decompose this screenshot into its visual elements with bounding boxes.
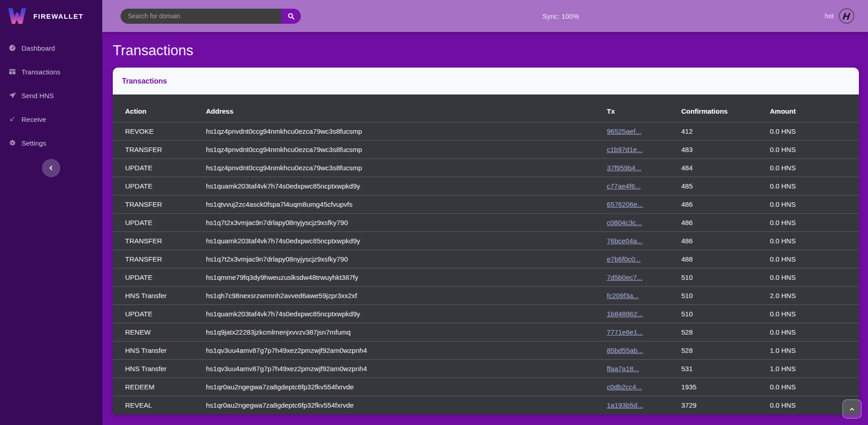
sidebar-item-label: Send HNS	[21, 92, 54, 100]
tx-cell: c77ae4f6...	[607, 177, 681, 195]
amount-cell: 0.0 HNS	[770, 305, 859, 323]
tx-cell: 37f959b4...	[607, 159, 681, 177]
confirmations-cell: 1935	[681, 378, 770, 396]
tx-link[interactable]: 7d5b0ec7...	[607, 273, 642, 281]
address-cell: hs1quamk203taf4vk7h74s0edxpwc85ncptxwpkd…	[206, 232, 607, 250]
transactions-table-body: REVOKEhs1qz4pnvdnt0ccg94nmkhcu0ezca79wc3…	[113, 122, 859, 415]
table-header: ActionAddressTxConfirmationsAmount	[113, 94, 859, 122]
sidebar-item-label: Receive	[21, 115, 46, 123]
tx-link[interactable]: c0804c3c...	[607, 219, 642, 226]
sidebar-nav: Dashboard Transactions Send HNS Receive …	[0, 36, 102, 155]
action-cell: HNS Transfer	[113, 287, 206, 305]
search-icon	[287, 12, 295, 21]
table-row: REDEEMhs1qr0au2ngegwa7za8gdeptc6fp32fkv5…	[113, 378, 859, 396]
address-cell: hs1quamk203taf4vk7h74s0edxpwc85ncptxwpkd…	[206, 305, 607, 323]
confirmations-cell: 486	[681, 195, 770, 214]
confirmations-cell: 486	[681, 214, 770, 232]
search-button[interactable]	[281, 9, 301, 24]
tx-link[interactable]: 85bd55ab...	[607, 346, 643, 354]
transactions-table: ActionAddressTxConfirmationsAmount REVOK…	[113, 94, 859, 415]
page-title: Transactions	[113, 42, 868, 59]
search-input[interactable]	[121, 9, 281, 24]
amount-cell: 2.0 HNS	[770, 287, 859, 305]
tx-cell: 7d5b0ec7...	[607, 268, 681, 287]
address-cell: hs1qv3uu4amv87g7p7h49xez2pmzwjf92am0wzpn…	[206, 341, 607, 360]
confirmations-cell: 484	[681, 159, 770, 177]
sidebar-item-send-hns[interactable]: Send HNS	[0, 84, 102, 107]
column-header-amount: Amount	[770, 94, 859, 122]
action-cell: RENEW	[113, 323, 206, 341]
amount-cell: 1.0 HNS	[770, 341, 859, 360]
sidebar-item-transactions[interactable]: Transactions	[0, 60, 102, 84]
table-row: REVEALhs1qr0au2ngegwa7za8gdeptc6fp32fkv5…	[113, 396, 859, 415]
action-cell: REVOKE	[113, 122, 206, 141]
tx-link[interactable]: fc209f3a...	[607, 292, 639, 299]
tx-cell: 7771e6e1...	[607, 323, 681, 341]
tx-cell: 85bd55ab...	[607, 341, 681, 360]
amount-cell: 0.0 HNS	[770, 195, 859, 214]
handshake-logo-icon[interactable]: H	[839, 8, 854, 24]
arrow-down-left-icon	[8, 115, 16, 123]
sidebar-item-label: Dashboard	[21, 44, 55, 52]
confirmations-cell: 528	[681, 341, 770, 360]
action-cell: TRANSFER	[113, 232, 206, 250]
confirmations-cell: 485	[681, 177, 770, 195]
tx-link[interactable]: c0db2cc4...	[607, 383, 642, 391]
column-header-address: Address	[206, 94, 607, 122]
table-row: UPDATEhs1quamk203taf4vk7h74s0edxpwc85ncp…	[113, 177, 859, 195]
amount-cell: 0.0 HNS	[770, 122, 859, 141]
sidebar-collapse-button[interactable]	[42, 159, 60, 177]
tx-cell: c0db2cc4...	[607, 378, 681, 396]
action-cell: UPDATE	[113, 159, 206, 177]
address-cell: hs1q7t2x3vmjac9n7drlapy08nyjyscjz9xsfky7…	[206, 214, 607, 232]
paper-plane-icon	[8, 91, 16, 100]
sidebar: FIREWALLET Dashboard Transactions Send H…	[0, 0, 102, 425]
column-header-action: Action	[113, 94, 206, 122]
tx-cell: e7b6f0c0...	[607, 250, 681, 268]
confirmations-cell: 510	[681, 287, 770, 305]
address-cell: hs1q7t2x3vmjac9n7drlapy08nyjyscjz9xsfky7…	[206, 250, 607, 268]
address-cell: hs1qr0au2ngegwa7za8gdeptc6fp32fkv554fxrv…	[206, 396, 607, 415]
sidebar-item-dashboard[interactable]: Dashboard	[0, 36, 102, 60]
action-cell: UPDATE	[113, 305, 206, 323]
address-cell: hs1qz4pnvdnt0ccg94nmkhcu0ezca79wc3s8fucs…	[206, 122, 607, 141]
tx-link[interactable]: e7b6f0c0...	[607, 255, 641, 263]
tx-link[interactable]: 37f959b4...	[607, 164, 641, 172]
chevron-up-icon	[848, 405, 856, 413]
confirmations-cell: 528	[681, 323, 770, 341]
confirmations-cell: 488	[681, 250, 770, 268]
amount-cell: 0.0 HNS	[770, 141, 859, 159]
table-row: UPDATEhs1qz4pnvdnt0ccg94nmkhcu0ezca79wc3…	[113, 159, 859, 177]
transactions-panel: Transactions ActionAddressTxConfirmation…	[113, 68, 859, 415]
sidebar-item-receive[interactable]: Receive	[0, 107, 102, 131]
tx-link[interactable]: 1a193b5d...	[607, 401, 643, 409]
tx-cell: 1a193b5d...	[607, 396, 681, 415]
tx-link[interactable]: ffaa7a18...	[607, 365, 639, 373]
table-row: RENEWhs1q9jatx22283jzkcmlrnenjxvvzv387js…	[113, 323, 859, 341]
tx-link[interactable]: 76bce04a...	[607, 237, 642, 245]
tx-link[interactable]: c1b97d1e...	[607, 146, 642, 153]
column-header-tx: Tx	[607, 94, 681, 122]
amount-cell: 0.0 HNS	[770, 378, 859, 396]
table-row: TRANSFERhs1quamk203taf4vk7h74s0edxpwc85n…	[113, 232, 859, 250]
action-cell: UPDATE	[113, 177, 206, 195]
address-cell: hs1q9jatx22283jzkcmlrnenjxvvzv387jsn7mfu…	[206, 323, 607, 341]
confirmations-cell: 483	[681, 141, 770, 159]
table-header-row: ActionAddressTxConfirmationsAmount	[113, 94, 859, 122]
action-cell: TRANSFER	[113, 250, 206, 268]
scroll-to-top-button[interactable]	[842, 399, 862, 419]
tx-link[interactable]: 7771e6e1...	[607, 328, 643, 336]
tx-link[interactable]: c77ae4f6...	[607, 182, 641, 190]
confirmations-cell: 510	[681, 305, 770, 323]
tx-link[interactable]: 96525aef...	[607, 127, 641, 135]
amount-cell: 0.0 HNS	[770, 250, 859, 268]
action-cell: UPDATE	[113, 268, 206, 287]
topbar: Sync: 100% hot H	[102, 0, 868, 32]
tx-link[interactable]: 1b848862...	[607, 310, 643, 318]
table-row: TRANSFERhs1qz4pnvdnt0ccg94nmkhcu0ezca79w…	[113, 141, 859, 159]
sidebar-item-label: Transactions	[21, 68, 60, 76]
sidebar-item-settings[interactable]: Settings	[0, 131, 102, 155]
tx-link[interactable]: 6576206e...	[607, 200, 643, 208]
tx-cell: 76bce04a...	[607, 232, 681, 250]
action-cell: TRANSFER	[113, 141, 206, 159]
